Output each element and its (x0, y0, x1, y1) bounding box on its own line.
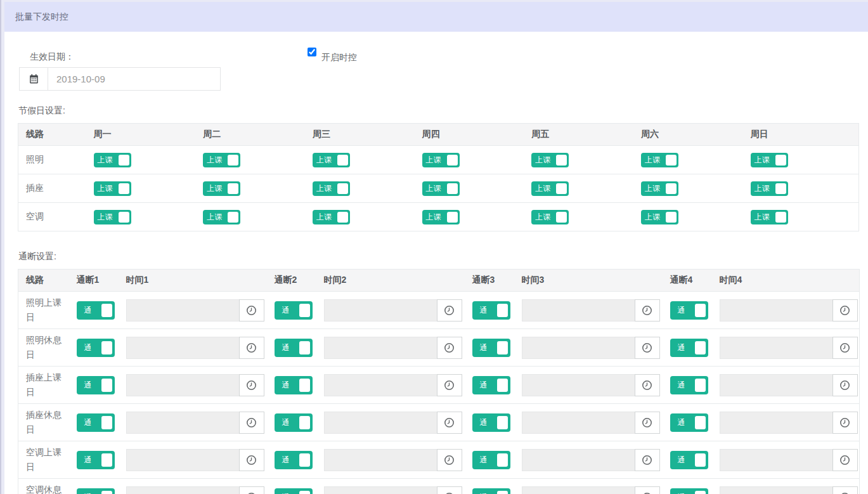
onoff-toggle-r4g2[interactable]: 通 (472, 451, 510, 469)
onoff-toggle-r1g2[interactable]: 通 (472, 339, 510, 357)
onoff-toggle-r0g0[interactable]: 通 (77, 301, 115, 320)
time-input[interactable] (126, 412, 239, 434)
clock-addon[interactable] (832, 449, 858, 471)
onoff-toggle-r5g3[interactable]: 通 (670, 488, 708, 494)
holiday-toggle-r0c5[interactable]: 上课 (531, 153, 569, 167)
holiday-toggle-r2c1[interactable]: 上课 (94, 210, 131, 224)
time-input[interactable] (126, 299, 239, 322)
holiday-toggle-r1c3[interactable]: 上课 (313, 181, 350, 196)
clock-addon[interactable] (239, 412, 264, 434)
time-input[interactable] (522, 449, 635, 471)
clock-addon[interactable] (437, 337, 462, 359)
time-input[interactable] (126, 486, 239, 494)
onoff-toggle-r5g1[interactable]: 通 (275, 488, 313, 494)
clock-addon[interactable] (832, 374, 858, 396)
clock-addon[interactable] (635, 412, 660, 434)
onoff-toggle-r4g1[interactable]: 通 (275, 451, 313, 469)
clock-addon[interactable] (832, 337, 858, 359)
holiday-toggle-r2c4[interactable]: 上课 (422, 210, 460, 224)
holiday-toggle-r2c7[interactable]: 上课 (751, 210, 788, 224)
onoff-toggle-r4g0[interactable]: 通 (77, 451, 115, 469)
onoff-toggle-r0g2[interactable]: 通 (472, 301, 510, 320)
holiday-toggle-r2c2[interactable]: 上课 (203, 210, 240, 224)
time-input[interactable] (720, 299, 832, 322)
switch-label: 上课 (203, 210, 226, 224)
time-input[interactable] (324, 374, 437, 396)
onoff-toggle-r0g3[interactable]: 通 (670, 301, 708, 320)
clock-addon[interactable] (635, 449, 660, 471)
onoff-toggle-r0g1[interactable]: 通 (275, 301, 313, 320)
onoff-toggle-r1g0[interactable]: 通 (77, 339, 115, 357)
clock-addon[interactable] (437, 374, 462, 396)
time-input[interactable] (522, 374, 635, 396)
date-input[interactable] (48, 68, 220, 90)
switch-label: 通 (77, 301, 100, 320)
onoff-toggle-r3g0[interactable]: 通 (77, 413, 115, 432)
time-input[interactable] (720, 337, 832, 359)
clock-addon[interactable] (832, 299, 858, 322)
onoff-toggle-r2g3[interactable]: 通 (670, 376, 708, 394)
time-input[interactable] (126, 374, 239, 396)
holiday-toggle-r1c1[interactable]: 上课 (94, 181, 131, 196)
clock-addon[interactable] (437, 449, 462, 471)
onoff-toggle-r2g0[interactable]: 通 (77, 376, 115, 394)
clock-addon[interactable] (635, 374, 660, 396)
holiday-toggle-r1c4[interactable]: 上课 (422, 181, 460, 196)
switch-knob (497, 453, 508, 467)
time-input[interactable] (522, 486, 635, 494)
time-input[interactable] (126, 449, 239, 471)
time-input[interactable] (720, 486, 832, 494)
time-input[interactable] (324, 449, 437, 471)
holiday-toggle-r0c2[interactable]: 上课 (203, 153, 240, 167)
holiday-toggle-r1c6[interactable]: 上课 (641, 181, 678, 196)
holiday-toggle-r2c3[interactable]: 上课 (313, 210, 350, 224)
clock-addon[interactable] (239, 337, 264, 359)
clock-addon[interactable] (832, 412, 858, 434)
time-input[interactable] (324, 299, 437, 322)
time-input[interactable] (522, 412, 635, 434)
clock-addon[interactable] (239, 374, 264, 396)
holiday-toggle-r0c4[interactable]: 上课 (422, 153, 460, 167)
onoff-toggle-r3g2[interactable]: 通 (472, 413, 510, 432)
clock-addon[interactable] (437, 486, 462, 494)
onoff-toggle-r3g1[interactable]: 通 (275, 413, 313, 432)
onoff-toggle-r5g2[interactable]: 通 (472, 488, 510, 494)
clock-addon[interactable] (239, 486, 264, 494)
time-input[interactable] (720, 412, 832, 434)
clock-addon[interactable] (832, 486, 858, 494)
clock-addon[interactable] (239, 299, 264, 322)
clock-addon[interactable] (635, 299, 660, 322)
time-input[interactable] (324, 337, 437, 359)
clock-addon[interactable] (635, 486, 660, 494)
time-input[interactable] (522, 299, 635, 322)
holiday-toggle-r1c5[interactable]: 上课 (531, 181, 569, 196)
time-input[interactable] (324, 412, 437, 434)
calendar-addon[interactable] (20, 68, 48, 90)
holiday-toggle-r1c2[interactable]: 上课 (203, 181, 240, 196)
clock-addon[interactable] (437, 412, 462, 434)
onoff-toggle-r2g2[interactable]: 通 (472, 376, 510, 394)
holiday-toggle-r1c7[interactable]: 上课 (751, 181, 788, 196)
onoff-toggle-r1g3[interactable]: 通 (670, 339, 708, 357)
clock-addon[interactable] (635, 337, 660, 359)
holiday-toggle-r0c6[interactable]: 上课 (641, 153, 678, 167)
clock-addon[interactable] (437, 299, 462, 322)
onoff-toggle-r5g0[interactable]: 通 (77, 488, 115, 494)
onoff-toggle-r3g3[interactable]: 通 (670, 413, 708, 432)
holiday-toggle-r2c5[interactable]: 上课 (531, 210, 569, 224)
time-input[interactable] (522, 337, 635, 359)
time-input[interactable] (720, 374, 832, 396)
enable-time-control-checkbox[interactable] (308, 48, 316, 56)
holiday-toggle-r0c1[interactable]: 上课 (94, 153, 131, 167)
onoff-toggle-r4g3[interactable]: 通 (670, 451, 708, 469)
onoff-toggle-r1g1[interactable]: 通 (275, 339, 313, 357)
holiday-toggle-r0c7[interactable]: 上课 (751, 153, 788, 167)
time-input[interactable] (126, 337, 239, 359)
clock-addon[interactable] (239, 449, 264, 471)
time-input[interactable] (720, 449, 832, 471)
time-group-r5g2 (522, 486, 660, 494)
time-input[interactable] (324, 486, 437, 494)
onoff-toggle-r2g1[interactable]: 通 (275, 376, 313, 394)
holiday-toggle-r2c6[interactable]: 上课 (641, 210, 678, 224)
holiday-toggle-r0c3[interactable]: 上课 (313, 153, 350, 167)
